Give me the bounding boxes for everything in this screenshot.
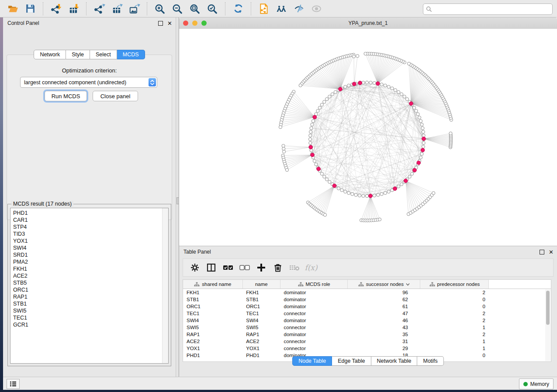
settings-gear-icon[interactable] (187, 261, 203, 274)
tab-motifs[interactable]: Motifs (417, 356, 443, 366)
import-table-icon[interactable] (65, 3, 82, 15)
mcds-hub-node[interactable] (339, 87, 343, 91)
refresh-icon[interactable] (229, 3, 247, 15)
leaf-node[interactable] (282, 144, 285, 147)
mcds-hub-node[interactable] (409, 102, 413, 106)
node-table[interactable]: shared namenameMCDS rolesuccessor nodesp… (183, 279, 551, 362)
ring-node[interactable] (422, 145, 425, 148)
ring-node[interactable] (331, 93, 334, 96)
tab-edge-table[interactable]: Edge Table (332, 356, 371, 366)
column-header-predecessor-nodes[interactable]: predecessor nodes (420, 280, 489, 289)
save-icon[interactable] (21, 3, 39, 15)
search-input[interactable] (434, 5, 552, 14)
ring-node[interactable] (344, 190, 347, 193)
delete-row-icon[interactable] (270, 261, 286, 274)
mcds-hub-node[interactable] (358, 81, 362, 85)
ring-node[interactable] (325, 97, 328, 100)
mcds-hub-node[interactable] (317, 167, 321, 171)
tab-network[interactable]: Network (34, 50, 66, 59)
ring-node[interactable] (419, 120, 422, 123)
ring-node[interactable] (328, 180, 331, 183)
table-row[interactable]: SWI5SWI5connector431 (183, 324, 551, 331)
mcds-result-item[interactable]: ACE2 (13, 272, 168, 279)
ring-node[interactable] (373, 82, 376, 85)
ring-node[interactable] (411, 172, 414, 175)
ring-node[interactable] (369, 81, 372, 84)
table-row[interactable]: STB1STB1dominator620 (183, 296, 551, 303)
mcds-hub-node[interactable] (404, 179, 408, 183)
ring-node[interactable] (420, 152, 423, 155)
table-scrollbar[interactable] (545, 289, 550, 361)
ring-node[interactable] (318, 106, 321, 109)
ring-node[interactable] (365, 194, 368, 197)
ring-node[interactable] (309, 141, 312, 144)
ring-node[interactable] (315, 163, 318, 166)
close-panel-button[interactable]: Close panel (93, 91, 138, 101)
ring-node[interactable] (351, 193, 354, 196)
leaf-node[interactable] (449, 132, 452, 135)
criterion-dropdown[interactable]: largest connected component (undirected) (20, 77, 157, 88)
mcds-result-listbox[interactable]: PHD1CAR1STP4TID3YOX1SWI4SRD1PMA2FKH1ACE2… (10, 208, 169, 364)
network-graph[interactable] (179, 29, 557, 246)
table-row[interactable]: SWI4SWI4dominator462 (183, 317, 551, 324)
ring-node[interactable] (313, 159, 316, 162)
mcds-result-item[interactable]: RAP1 (13, 293, 168, 300)
ring-node[interactable] (377, 193, 380, 196)
float-panel-icon[interactable] (158, 21, 163, 26)
ring-node[interactable] (320, 103, 323, 106)
ring-node[interactable] (384, 84, 387, 87)
ring-node[interactable] (418, 116, 421, 119)
mcds-result-item[interactable]: SWI4 (13, 244, 168, 251)
ring-node[interactable] (316, 109, 319, 112)
mcds-result-item[interactable]: FKH1 (13, 265, 168, 272)
ring-node[interactable] (394, 89, 397, 92)
float-table-panel-icon[interactable] (540, 250, 544, 254)
table-row[interactable]: ORC1ORC1dominator610 (183, 303, 551, 310)
panel-splitter[interactable] (176, 17, 179, 377)
ring-node[interactable] (310, 149, 313, 152)
task-history-button[interactable] (7, 379, 20, 389)
leaf-node[interactable] (356, 55, 359, 58)
ring-node[interactable] (400, 183, 403, 186)
table-row[interactable]: YOX1YOX1connector291 (183, 345, 551, 352)
mcds-result-item[interactable]: TID3 (13, 230, 168, 237)
ring-node[interactable] (344, 85, 347, 88)
ring-node[interactable] (419, 156, 422, 159)
ring-node[interactable] (309, 130, 312, 133)
memory-button[interactable]: Memory (519, 378, 554, 389)
ring-node[interactable] (334, 90, 337, 93)
leaf-node[interactable] (323, 213, 326, 217)
search-field[interactable] (423, 3, 553, 15)
ring-node[interactable] (337, 187, 340, 190)
network-window-titlebar[interactable]: YPA_prune.txt_1 (179, 17, 557, 29)
tab-mcds[interactable]: MCDS (117, 50, 145, 59)
hide-selected-icon[interactable] (290, 3, 308, 15)
mcds-hub-node[interactable] (393, 187, 397, 191)
column-header-successor-nodes[interactable]: successor nodes (348, 280, 420, 289)
column-header-MCDS-role[interactable]: MCDS role (280, 280, 348, 289)
run-mcds-button[interactable]: Run MCDS (45, 91, 87, 101)
close-table-panel-icon[interactable]: ✕ (549, 249, 554, 255)
mcds-result-item[interactable]: STB5 (13, 279, 168, 286)
ring-node[interactable] (405, 97, 408, 100)
ring-node[interactable] (323, 175, 326, 178)
ring-node[interactable] (387, 190, 390, 193)
export-table-icon[interactable] (108, 3, 125, 15)
mcds-result-item[interactable]: STB1 (13, 300, 168, 307)
ring-node[interactable] (397, 90, 400, 93)
mcds-result-item[interactable]: TEC1 (13, 314, 168, 321)
mcds-result-item[interactable]: CAR1 (13, 217, 168, 224)
tab-network-table[interactable]: Network Table (371, 356, 418, 366)
mcds-hub-node[interactable] (422, 137, 426, 141)
ring-node[interactable] (400, 93, 403, 96)
ring-node[interactable] (347, 84, 350, 87)
ring-node[interactable] (309, 134, 312, 137)
table-row[interactable]: RAP1RAP1dominator352 (183, 331, 551, 338)
close-panel-icon[interactable]: ✕ (167, 21, 172, 26)
ring-node[interactable] (325, 178, 328, 181)
import-network-icon[interactable] (47, 3, 65, 15)
ring-node[interactable] (397, 185, 400, 188)
ring-node[interactable] (387, 85, 390, 88)
first-neighbors-icon[interactable] (273, 3, 290, 15)
mcds-result-item[interactable]: ORC1 (13, 286, 168, 293)
